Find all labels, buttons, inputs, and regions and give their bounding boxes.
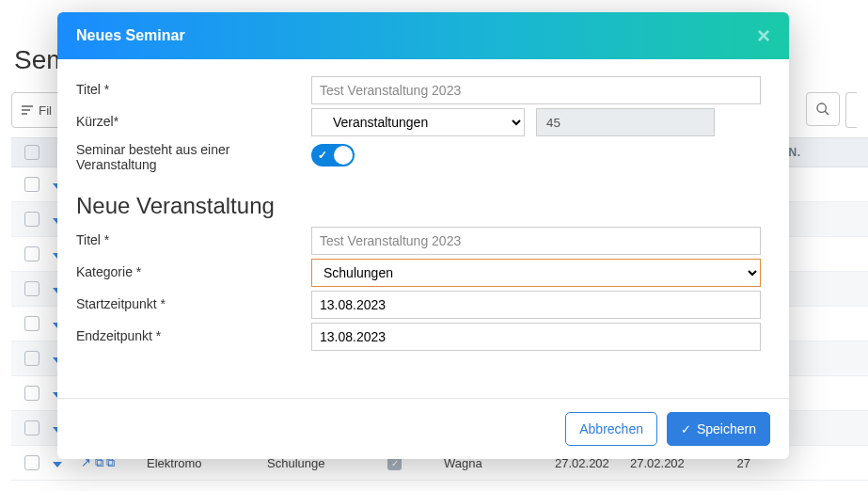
- vtitel-label: Titel *: [76, 227, 311, 247]
- single-event-toggle[interactable]: ✓: [311, 144, 355, 166]
- kuerzel-label: Kürzel*: [76, 108, 311, 129]
- titel-label: Titel *: [76, 76, 311, 97]
- end-input[interactable]: [311, 323, 761, 351]
- start-label: Startzeitpunkt *: [76, 291, 311, 311]
- check-icon: ✓: [318, 149, 327, 162]
- toggle-knob: [334, 146, 353, 165]
- close-icon[interactable]: ×: [757, 24, 770, 47]
- save-button[interactable]: ✓Speichern: [667, 412, 770, 446]
- kategorie-select[interactable]: Schulungen: [311, 259, 761, 287]
- section-title: Neue Veranstaltung: [76, 193, 761, 219]
- new-seminar-modal: Neues Seminar × Titel * Kürzel* Veransta…: [57, 12, 789, 459]
- modal-title: Neues Seminar: [76, 27, 185, 44]
- kategorie-label: Kategorie *: [76, 259, 311, 279]
- titel-input[interactable]: [311, 76, 761, 104]
- modal-footer: Abbrechen ✓Speichern: [57, 398, 789, 459]
- modal-header: Neues Seminar ×: [57, 12, 789, 59]
- start-input[interactable]: [311, 291, 761, 319]
- modal-body: Titel * Kürzel* Veranstaltungen Seminar …: [57, 59, 789, 398]
- kuerzel-select[interactable]: Veranstaltungen: [311, 108, 525, 136]
- end-label: Endzeitpunkt *: [76, 323, 311, 343]
- kuerzel-number: [536, 108, 715, 136]
- check-icon: ✓: [681, 422, 691, 436]
- vtitel-input[interactable]: [311, 227, 761, 255]
- single-event-label: Seminar besteht aus einer Veranstaltung: [76, 140, 311, 172]
- cancel-button[interactable]: Abbrechen: [565, 412, 657, 446]
